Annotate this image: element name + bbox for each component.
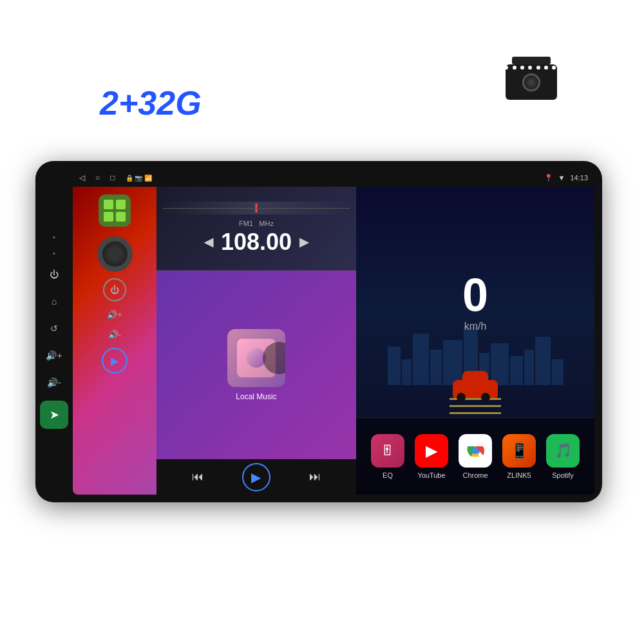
radio-frequency-display: ◀ 108.00 ▶ bbox=[204, 229, 308, 256]
speed-unit-label: km/h bbox=[464, 321, 487, 332]
playback-controls: ⏮ ▶ ⏭ bbox=[156, 459, 356, 495]
camera-led bbox=[544, 66, 548, 70]
wifi-icon: ▼ bbox=[558, 174, 565, 182]
grid-dot bbox=[104, 212, 113, 222]
building bbox=[552, 359, 564, 385]
mic-dot: ● bbox=[53, 234, 56, 240]
freq-next-button[interactable]: ▶ bbox=[299, 235, 308, 249]
main-screen: ◁ ○ □ 🔒 📷 📶 📍 ▼ 14:13 bbox=[73, 169, 594, 495]
clock: 14:13 bbox=[570, 174, 588, 182]
eq-icon-image: 🎚 bbox=[371, 434, 404, 468]
camera-widget bbox=[499, 52, 570, 109]
storage-label: 2+32G bbox=[100, 84, 202, 122]
status-nav-buttons: ◁ ○ □ 🔒 📷 📶 bbox=[79, 173, 152, 182]
car-shape bbox=[453, 380, 498, 398]
camera-led bbox=[560, 66, 564, 70]
chrome-app-label: Chrome bbox=[462, 471, 488, 479]
side-buttons-panel: ● ● ⏻ ⌂ ↺ 🔊+ 🔊- ➤ bbox=[35, 161, 73, 502]
volume-up-button[interactable]: 🔊+ bbox=[102, 308, 128, 321]
camera-led bbox=[536, 66, 540, 70]
building bbox=[535, 337, 551, 385]
back-side-button[interactable]: ↺ bbox=[45, 319, 63, 337]
road-markings bbox=[450, 398, 501, 417]
vol-up-side-button[interactable]: 🔊+ bbox=[45, 346, 63, 365]
road-line bbox=[450, 405, 501, 407]
camera-led bbox=[528, 66, 532, 70]
building bbox=[524, 350, 534, 385]
album-art-inner bbox=[237, 339, 276, 377]
spotify-app-label: Spotify bbox=[552, 471, 574, 479]
building bbox=[402, 359, 412, 385]
camera-led bbox=[552, 66, 556, 70]
play-pause-button[interactable]: ▶ bbox=[242, 463, 270, 491]
album-mountain bbox=[247, 348, 266, 368]
app-grid-button[interactable] bbox=[99, 194, 131, 227]
eq-app-icon[interactable]: 🎚 EQ bbox=[371, 434, 404, 479]
navigation-side-button[interactable]: ➤ bbox=[40, 401, 68, 429]
chrome-svg bbox=[465, 440, 486, 461]
youtube-app-icon[interactable]: ▶ YouTube bbox=[415, 434, 448, 479]
camera-lens bbox=[522, 73, 540, 91]
speed-section: 0 km/h bbox=[356, 187, 594, 417]
power-side-button[interactable]: ⏻ bbox=[45, 265, 63, 283]
left-media-panel: ⏻ 🔊+ 🔊- ▶ bbox=[73, 187, 156, 495]
grid-dot bbox=[116, 212, 126, 222]
home-button[interactable]: ○ bbox=[95, 173, 100, 182]
camera-body bbox=[506, 64, 557, 100]
radio-band-label: FM1 MHz bbox=[239, 220, 274, 227]
youtube-app-label: YouTube bbox=[417, 471, 445, 479]
svg-point-2 bbox=[472, 448, 478, 454]
camera-led bbox=[504, 66, 508, 70]
music-title-label: Local Music bbox=[236, 392, 276, 401]
music-section: Local Music bbox=[156, 270, 356, 459]
spotify-app-icon[interactable]: 🎵 Spotify bbox=[546, 434, 580, 479]
zlink5-app-label: ZLINK5 bbox=[507, 471, 531, 479]
radio-section: FM1 MHz ◀ 108.00 ▶ bbox=[156, 187, 356, 270]
building bbox=[430, 350, 442, 385]
freq-prev-button[interactable]: ◀ bbox=[204, 235, 213, 249]
building bbox=[388, 346, 401, 385]
app-icons-row: 🎚 EQ ▶ YouTube bbox=[356, 417, 594, 495]
center-panel: FM1 MHz ◀ 108.00 ▶ Local Mus bbox=[156, 187, 356, 495]
status-right-area: 📍 ▼ 14:13 bbox=[544, 174, 588, 182]
next-track-button[interactable]: ⏭ bbox=[303, 466, 327, 489]
volume-down-button[interactable]: 🔊- bbox=[103, 328, 126, 341]
car-stereo-device: ● ● ⏻ ⌂ ↺ 🔊+ 🔊- ➤ ◁ ○ □ 🔒 📷 📶 📍 ▼ 14:13 bbox=[35, 161, 602, 502]
album-art bbox=[227, 329, 285, 387]
gps-icon: 📍 bbox=[544, 174, 553, 182]
rst-dot: ● bbox=[53, 251, 56, 256]
right-panel: 0 km/h 🎚 EQ ▶ YouTube bbox=[356, 187, 594, 495]
building bbox=[510, 356, 523, 385]
recent-button[interactable]: □ bbox=[110, 173, 115, 182]
spotify-icon-image: 🎵 bbox=[546, 434, 580, 468]
car-icon bbox=[453, 380, 498, 398]
grid-dot bbox=[116, 200, 126, 209]
chrome-app-icon[interactable]: Chrome bbox=[459, 434, 492, 479]
vinyl-decoration bbox=[97, 236, 133, 272]
youtube-icon-image: ▶ bbox=[415, 434, 448, 468]
power-button[interactable]: ⏻ bbox=[103, 278, 126, 301]
main-content-area: ⏻ 🔊+ 🔊- ▶ FM1 MHz bbox=[73, 187, 594, 495]
play-side-button[interactable]: ▶ bbox=[102, 348, 128, 374]
prev-track-button[interactable]: ⏮ bbox=[186, 466, 209, 489]
vol-down-side-button[interactable]: 🔊- bbox=[45, 374, 63, 392]
building bbox=[443, 340, 462, 385]
eq-app-label: EQ bbox=[383, 471, 393, 479]
building bbox=[491, 343, 509, 385]
zlink5-icon-image: 📱 bbox=[502, 434, 536, 468]
status-bar: ◁ ○ □ 🔒 📷 📶 📍 ▼ 14:13 bbox=[73, 169, 594, 187]
home-side-button[interactable]: ⌂ bbox=[45, 292, 63, 310]
camera-led bbox=[513, 66, 516, 70]
building bbox=[413, 334, 429, 385]
road-line bbox=[450, 412, 501, 414]
back-button[interactable]: ◁ bbox=[79, 173, 85, 182]
camera-led bbox=[520, 66, 524, 70]
grid-dot bbox=[104, 200, 113, 209]
zlink5-app-icon[interactable]: 📱 ZLINK5 bbox=[502, 434, 536, 479]
camera-mount bbox=[512, 57, 551, 64]
speed-value: 0 bbox=[462, 272, 488, 318]
chrome-icon-image bbox=[459, 434, 492, 468]
